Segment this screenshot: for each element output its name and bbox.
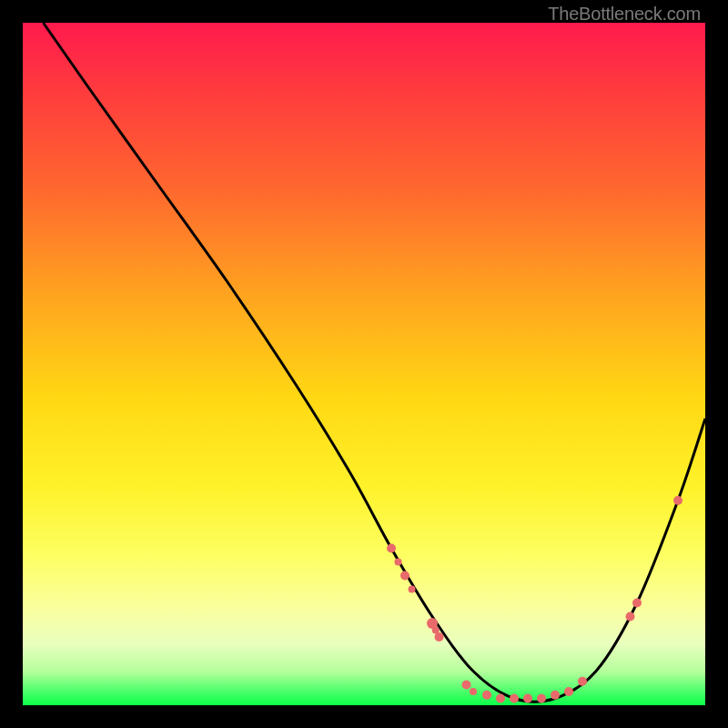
- data-marker: [578, 677, 587, 686]
- bottleneck-curve: [44, 23, 706, 702]
- marker-group: [387, 496, 682, 703]
- data-marker: [400, 571, 410, 581]
- data-marker: [395, 559, 402, 566]
- data-marker: [387, 544, 396, 553]
- data-marker: [462, 681, 471, 690]
- data-marker: [470, 688, 477, 695]
- chart-svg: [23, 23, 705, 705]
- data-marker: [537, 694, 546, 703]
- data-marker: [673, 496, 682, 505]
- data-marker: [496, 694, 505, 703]
- data-marker: [632, 599, 642, 608]
- data-marker: [510, 694, 519, 703]
- data-marker: [551, 691, 560, 700]
- data-marker: [626, 612, 635, 622]
- data-marker: [409, 586, 416, 593]
- chart-frame: [23, 23, 705, 705]
- watermark-text: TheBottleneck.com: [548, 4, 701, 25]
- data-marker: [435, 632, 444, 642]
- data-marker: [482, 691, 491, 700]
- data-marker: [564, 687, 573, 696]
- data-marker: [523, 694, 532, 703]
